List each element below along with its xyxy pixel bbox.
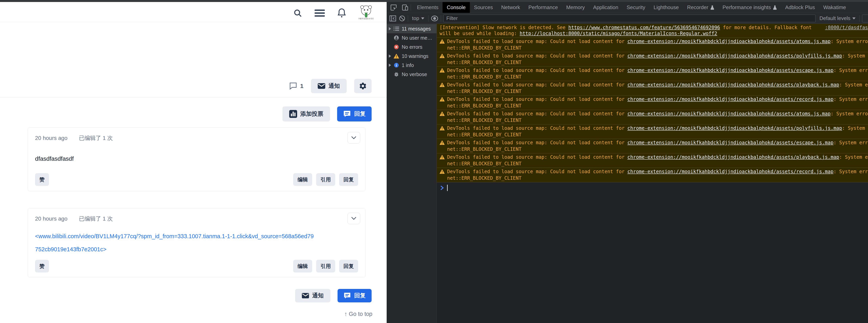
sidebar-filter-10-warnings[interactable]: 10 warnings <box>387 52 437 61</box>
bug-icon <box>394 71 399 77</box>
edit-button[interactable]: 编辑 <box>293 260 312 272</box>
section-divider <box>0 97 387 97</box>
post-body-text: dfasdfasdfasdf <box>35 155 74 162</box>
menu-icon[interactable] <box>315 9 325 17</box>
reply-thread-label: 回复 <box>354 110 366 118</box>
device-toolbar-icon[interactable] <box>402 4 409 11</box>
sidebar-filter-1-info[interactable]: 1 info <box>387 61 437 70</box>
message-text: DevTools failed to load source map: Coul… <box>447 82 627 88</box>
chromestatus-link[interactable]: https://www.chromestatus.com/feature/563… <box>568 25 720 30</box>
tab-performance-insights[interactable]: Performance insights <box>718 2 781 13</box>
go-to-top-link[interactable]: ↑ Go to top <box>344 311 372 317</box>
font-url-link[interactable]: http://localhost:8000/static/misago/font… <box>520 31 717 36</box>
warning-icon <box>439 82 445 87</box>
live-expression-icon[interactable] <box>431 15 438 22</box>
expand-arrow-icon[interactable] <box>389 55 391 58</box>
tab-recorder[interactable]: Recorder <box>683 2 718 13</box>
log-levels-selector[interactable]: Default levels <box>818 15 857 21</box>
like-button[interactable]: 赞 <box>35 173 49 186</box>
post-menu-button[interactable] <box>347 132 360 144</box>
sidebar-filter-label: No verbose <box>402 71 427 77</box>
tab-console[interactable]: Console <box>442 2 470 13</box>
message-error-code: net::ERR_BLOCKED_BY_CLIENT <box>439 103 868 109</box>
like-button[interactable]: 赞 <box>35 260 49 272</box>
expand-arrow-icon[interactable] <box>389 64 391 67</box>
sidebar-filter-no-verbose[interactable]: No verbose <box>387 70 437 79</box>
tab-lighthouse[interactable]: Lighthouse <box>649 2 683 13</box>
message-text: DevTools failed to load source map: Coul… <box>447 169 627 174</box>
tab-wakatime[interactable]: Wakatime <box>819 2 850 13</box>
chat-icon <box>343 292 351 299</box>
tab-sources[interactable]: Sources <box>470 2 497 13</box>
post-edited-note[interactable]: 已编辑了 1 次 <box>79 134 113 142</box>
error-icon <box>394 44 399 50</box>
toolbar-separator <box>441 15 441 22</box>
post-edited-note[interactable]: 已编辑了 1 次 <box>79 215 113 223</box>
message-text: DevTools failed to load source map: Coul… <box>447 96 627 102</box>
quote-button[interactable]: 引用 <box>316 173 335 186</box>
message-text: : System error: <box>842 125 868 131</box>
source-map-link[interactable]: chrome-extension://mooikfkahbdckldjjndio… <box>627 125 842 131</box>
expand-arrow-icon[interactable] <box>389 27 391 30</box>
search-icon[interactable] <box>293 8 302 18</box>
text-cursor <box>447 185 448 191</box>
reply-thread-button-bottom[interactable]: 回复 <box>338 289 372 302</box>
quote-button[interactable]: 引用 <box>316 260 335 272</box>
console-filter-input[interactable] <box>443 14 815 22</box>
tab-label: Performance insights <box>723 4 771 10</box>
toolbar-separator <box>408 15 408 22</box>
sidebar-filter-no-errors[interactable]: No errors <box>387 42 437 52</box>
source-map-link[interactable]: chrome-extension://mooikfkahbdckldjjndio… <box>627 140 833 145</box>
source-map-link[interactable]: chrome-extension://mooikfkahbdckldjjndio… <box>627 53 842 59</box>
gear-icon <box>359 82 367 90</box>
tab-adblock-plus[interactable]: Adblock Plus <box>781 2 819 13</box>
settings-button-clipped[interactable] <box>862 14 868 22</box>
source-map-link[interactable]: chrome-extension://mooikfkahbdckldjjndio… <box>627 96 833 102</box>
add-poll-button[interactable]: 添加投票 <box>282 107 330 121</box>
post-body-link[interactable]: <www.bilibili.com/video/BV1LM4y177cq/?sp… <box>35 230 316 256</box>
source-map-link[interactable]: chrome-extension://mooikfkahbdckldjjndio… <box>627 67 833 73</box>
frame-context-value: top <box>412 15 419 21</box>
console-warning-message: DevTools failed to load source map: Coul… <box>437 139 868 153</box>
tab-security[interactable]: Security <box>623 2 650 13</box>
bell-icon[interactable] <box>337 8 346 18</box>
tab-application[interactable]: Application <box>589 2 622 13</box>
thread-options-button[interactable] <box>354 79 372 93</box>
tab-performance[interactable]: Performance <box>524 2 562 13</box>
source-map-link[interactable]: chrome-extension://mooikfkahbdckldjjndio… <box>627 154 839 160</box>
reply-post-button[interactable]: 回复 <box>339 260 358 272</box>
edit-button[interactable]: 编辑 <box>293 173 312 186</box>
warning-icon <box>439 169 445 174</box>
source-map-link[interactable]: chrome-extension://mooikfkahbdckldjjndio… <box>627 82 839 88</box>
post-card: 20 hours ago 已编辑了 1 次 <www.bilibili.com/… <box>28 208 366 277</box>
message-error-code: net::ERR_BLOCKED_BY_CLIENT <box>439 132 868 138</box>
tab-elements[interactable]: Elements <box>413 2 442 13</box>
message-text: : System error: <box>831 39 868 44</box>
notify-button-bottom[interactable]: 通知 <box>295 289 331 302</box>
chevron-down-icon <box>351 217 356 220</box>
sidebar-filter-11-messages[interactable]: 11 messages <box>387 24 437 33</box>
inspect-element-icon[interactable] <box>390 4 397 11</box>
post-timestamp[interactable]: 20 hours ago <box>35 135 67 141</box>
notify-button[interactable]: 通知 <box>311 79 347 93</box>
source-map-link[interactable]: chrome-extension://mooikfkahbdckldjjndio… <box>627 39 831 44</box>
chevron-down-icon <box>852 18 856 20</box>
tab-memory[interactable]: Memory <box>562 2 589 13</box>
warning-icon <box>439 111 445 116</box>
frame-context-selector[interactable]: top <box>410 15 426 21</box>
user-avatar[interactable]: 华晨宇送我的冰雪碧 <box>359 5 374 22</box>
sidebar-filter-no-user-me-[interactable]: No user me… <box>387 33 437 42</box>
tab-network[interactable]: Network <box>497 2 524 13</box>
toggle-sidebar-icon[interactable] <box>389 15 396 22</box>
reply-thread-button[interactable]: 回复 <box>337 107 372 121</box>
tab-label: Console <box>447 4 465 10</box>
source-map-link[interactable]: chrome-extension://mooikfkahbdckldjjndio… <box>627 111 831 117</box>
post-menu-button[interactable] <box>347 213 360 224</box>
reply-post-button[interactable]: 回复 <box>339 173 358 186</box>
console-prompt[interactable] <box>437 182 868 191</box>
console-warning-message: DevTools failed to load source map: Coul… <box>437 110 868 124</box>
post-timestamp[interactable]: 20 hours ago <box>35 215 67 222</box>
message-source-link[interactable]: :8000/t/dasdfasd <box>822 25 868 31</box>
clear-console-icon[interactable] <box>399 15 405 22</box>
source-map-link[interactable]: chrome-extension://mooikfkahbdckldjjndio… <box>627 169 833 174</box>
